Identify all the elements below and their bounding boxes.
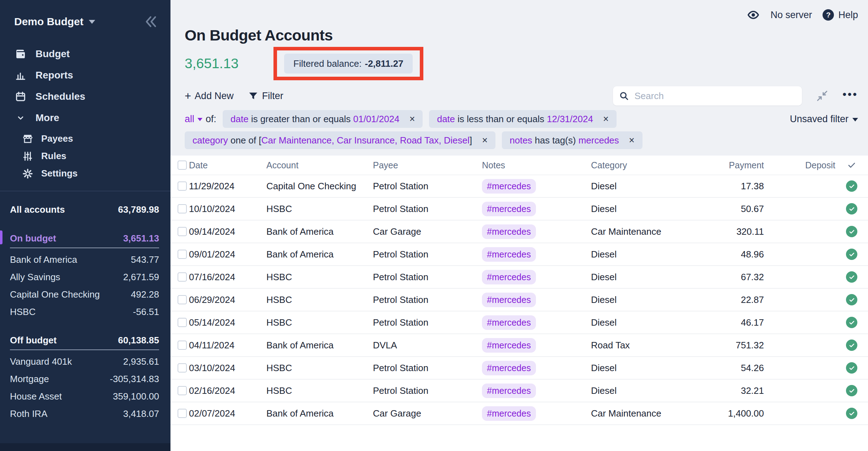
transaction-notes[interactable]: #mercedes — [482, 338, 591, 353]
column-header-category[interactable]: Category — [591, 160, 685, 170]
transaction-checkbox[interactable] — [178, 181, 187, 191]
transaction-account[interactable]: HSBC — [266, 294, 373, 305]
filter-button[interactable]: Filter — [248, 91, 283, 102]
transaction-category[interactable]: Road Tax — [591, 340, 685, 351]
sidebar-item-rules[interactable]: Rules — [0, 147, 170, 165]
note-tag[interactable]: #mercedes — [482, 293, 536, 307]
transaction-row[interactable]: 10/10/2024HSBCPetrol Station#mercedesDie… — [170, 198, 868, 221]
filtered-balance-pill[interactable]: Filtered balance: -2,811.27 — [284, 54, 413, 74]
collapse-sidebar-icon[interactable] — [143, 14, 158, 29]
account-item-capital-one-checking[interactable]: Capital One Checking492.28 — [10, 286, 159, 303]
transaction-category[interactable]: Diesel — [591, 181, 685, 192]
transaction-account[interactable]: Bank of America — [266, 340, 373, 351]
transaction-date[interactable]: 07/16/2024 — [189, 272, 266, 283]
transaction-payment[interactable]: 751.32 — [685, 340, 764, 351]
transaction-category[interactable]: Diesel — [591, 249, 685, 260]
transaction-category[interactable]: Diesel — [591, 363, 685, 374]
account-group-all-accounts[interactable]: All accounts63,789.98 — [10, 201, 159, 219]
cleared-check-icon[interactable] — [846, 408, 857, 419]
transaction-checkbox[interactable] — [178, 204, 187, 213]
cleared-check-icon[interactable] — [846, 362, 857, 374]
transaction-notes[interactable]: #mercedes — [482, 361, 591, 375]
sidebar-item-payees[interactable]: Payees — [0, 130, 170, 147]
transaction-payee[interactable]: Petrol Station — [373, 249, 482, 260]
transaction-checkbox[interactable] — [178, 250, 187, 259]
transaction-account[interactable]: Bank of America — [266, 408, 373, 419]
remove-filter-icon[interactable]: × — [482, 135, 488, 146]
sidebar-item-schedules[interactable]: Schedules — [0, 86, 170, 107]
transaction-category[interactable]: Diesel — [591, 203, 685, 214]
transaction-notes[interactable]: #mercedes — [482, 384, 591, 398]
transaction-status-cell[interactable] — [835, 180, 868, 192]
transaction-account[interactable]: HSBC — [266, 317, 373, 328]
transaction-account[interactable]: Bank of America — [266, 249, 373, 260]
cleared-check-icon[interactable] — [846, 339, 857, 351]
transaction-checkbox[interactable] — [178, 341, 187, 350]
transaction-checkbox[interactable] — [178, 272, 187, 282]
transaction-account[interactable]: Capital One Checking — [266, 181, 373, 192]
filter-condition-pill[interactable]: category one of [Car Maintenance, Car In… — [185, 131, 495, 149]
column-header-account[interactable]: Account — [266, 160, 373, 170]
cleared-check-icon[interactable] — [846, 317, 857, 328]
transaction-status-cell[interactable] — [835, 317, 868, 328]
more-options-icon[interactable]: ••• — [842, 89, 858, 103]
transaction-payment[interactable]: 320.11 — [685, 226, 764, 237]
column-header-notes[interactable]: Notes — [482, 160, 591, 170]
transaction-date[interactable]: 10/10/2024 — [189, 203, 266, 214]
note-tag[interactable]: #mercedes — [482, 270, 536, 284]
cleared-check-icon[interactable] — [846, 249, 857, 260]
transaction-checkbox[interactable] — [178, 386, 187, 395]
transaction-status-cell[interactable] — [835, 226, 868, 237]
transaction-notes[interactable]: #mercedes — [482, 202, 591, 216]
sidebar-item-settings[interactable]: Settings — [0, 165, 170, 182]
server-status[interactable]: No server — [770, 10, 812, 21]
transaction-payment[interactable]: 22.87 — [685, 294, 764, 305]
privacy-eye-icon[interactable] — [747, 9, 760, 21]
account-item-roth-ira[interactable]: Roth IRA3,418.07 — [10, 405, 159, 423]
note-tag[interactable]: #mercedes — [482, 406, 536, 421]
transaction-checkbox[interactable] — [178, 409, 187, 418]
transaction-checkbox[interactable] — [178, 318, 187, 327]
transaction-category[interactable]: Diesel — [591, 272, 685, 283]
transaction-row[interactable]: 03/10/2024HSBCPetrol Station#mercedesDie… — [170, 357, 868, 380]
transaction-payee[interactable]: Petrol Station — [373, 203, 482, 214]
column-header-payment[interactable]: Payment — [685, 160, 764, 170]
transaction-status-cell[interactable] — [835, 203, 868, 214]
transaction-notes[interactable]: #mercedes — [482, 179, 591, 194]
column-header-cleared[interactable] — [835, 161, 868, 170]
transaction-payee[interactable]: Petrol Station — [373, 385, 482, 396]
note-tag[interactable]: #mercedes — [482, 224, 536, 239]
transaction-account[interactable]: HSBC — [266, 385, 373, 396]
transaction-payment[interactable]: 17.38 — [685, 181, 764, 192]
transaction-payee[interactable]: Petrol Station — [373, 181, 482, 192]
transaction-date[interactable]: 04/11/2024 — [189, 340, 266, 351]
transaction-date[interactable]: 02/07/2024 — [189, 408, 266, 419]
account-item-house-asset[interactable]: House Asset359,100.00 — [10, 388, 159, 405]
transaction-payment[interactable]: 1,400.00 — [685, 408, 764, 419]
cleared-check-icon[interactable] — [846, 271, 857, 283]
transaction-notes[interactable]: #mercedes — [482, 293, 591, 307]
transaction-row[interactable]: 11/29/2024Capital One CheckingPetrol Sta… — [170, 175, 868, 198]
transaction-payee[interactable]: Petrol Station — [373, 317, 482, 328]
column-header-date[interactable]: Date — [189, 160, 266, 170]
transaction-account[interactable]: Bank of America — [266, 226, 373, 237]
help-button[interactable]: ? Help — [823, 9, 858, 21]
note-tag[interactable]: #mercedes — [482, 361, 536, 375]
transaction-payee[interactable]: Petrol Station — [373, 294, 482, 305]
column-header-payee[interactable]: Payee — [373, 160, 482, 170]
transaction-category[interactable]: Car Maintenance — [591, 226, 685, 237]
cleared-check-icon[interactable] — [846, 294, 857, 305]
transaction-payee[interactable]: Petrol Station — [373, 272, 482, 283]
note-tag[interactable]: #mercedes — [482, 384, 536, 398]
transaction-category[interactable]: Diesel — [591, 317, 685, 328]
transaction-account[interactable]: HSBC — [266, 272, 373, 283]
transaction-date[interactable]: 02/16/2024 — [189, 385, 266, 396]
transaction-date[interactable]: 11/29/2024 — [189, 181, 266, 192]
transaction-category[interactable]: Car Maintenance — [591, 408, 685, 419]
transaction-status-cell[interactable] — [835, 249, 868, 260]
transaction-payment[interactable]: 46.17 — [685, 317, 764, 328]
transaction-payment[interactable]: 54.26 — [685, 363, 764, 374]
transaction-checkbox[interactable] — [178, 295, 187, 304]
remove-filter-icon[interactable]: × — [603, 114, 609, 125]
transaction-payment[interactable]: 50.67 — [685, 203, 764, 214]
